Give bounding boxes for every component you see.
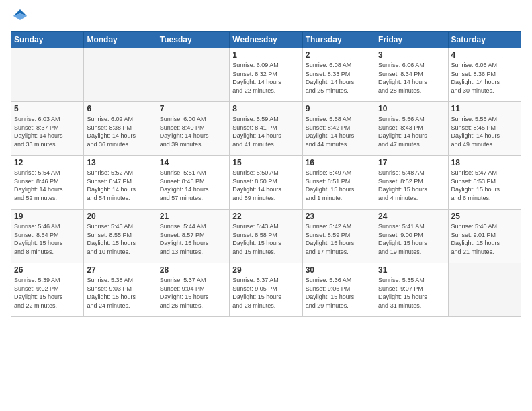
day-info: Sunrise: 5:37 AM Sunset: 9:04 PM Dayligh… [160, 276, 226, 310]
day-number: 15 [232, 158, 299, 167]
calendar-cell: 6Sunrise: 6:02 AM Sunset: 8:38 PM Daylig… [84, 102, 157, 156]
day-number: 5 [14, 104, 81, 113]
day-number: 27 [87, 265, 153, 275]
day-number: 25 [451, 212, 518, 221]
day-info: Sunrise: 5:44 AM Sunset: 8:57 PM Dayligh… [160, 222, 226, 256]
day-number: 21 [160, 212, 226, 221]
week-row-1: 5Sunrise: 6:03 AM Sunset: 8:37 PM Daylig… [11, 102, 521, 156]
day-info: Sunrise: 5:58 AM Sunset: 8:42 PM Dayligh… [306, 115, 372, 148]
calendar-cell: 1Sunrise: 6:09 AM Sunset: 8:32 PM Daylig… [230, 48, 302, 102]
day-number: 18 [451, 158, 518, 167]
day-info: Sunrise: 5:49 AM Sunset: 8:51 PM Dayligh… [306, 169, 372, 202]
calendar-table: SundayMondayTuesdayWednesdayThursdayFrid… [11, 31, 521, 317]
day-info: Sunrise: 5:56 AM Sunset: 8:43 PM Dayligh… [378, 115, 445, 148]
day-number: 14 [160, 158, 226, 167]
weekday-saturday: Saturday [448, 32, 521, 48]
day-info: Sunrise: 5:38 AM Sunset: 9:03 PM Dayligh… [87, 276, 153, 310]
day-info: Sunrise: 5:52 AM Sunset: 8:47 PM Dayligh… [87, 169, 153, 202]
calendar-cell: 31Sunrise: 5:35 AM Sunset: 9:07 PM Dayli… [375, 263, 448, 317]
calendar-cell [84, 48, 157, 102]
day-number: 10 [378, 104, 445, 113]
day-info: Sunrise: 5:46 AM Sunset: 8:54 PM Dayligh… [14, 222, 81, 256]
calendar-cell: 23Sunrise: 5:42 AM Sunset: 8:59 PM Dayli… [302, 210, 375, 263]
week-row-3: 19Sunrise: 5:46 AM Sunset: 8:54 PM Dayli… [11, 210, 521, 263]
day-number: 11 [451, 104, 518, 113]
day-number: 7 [160, 104, 226, 113]
day-number: 12 [14, 158, 81, 167]
day-number: 8 [232, 104, 299, 113]
weekday-tuesday: Tuesday [157, 32, 229, 48]
day-info: Sunrise: 5:50 AM Sunset: 8:50 PM Dayligh… [232, 169, 299, 202]
calendar-cell: 11Sunrise: 5:55 AM Sunset: 8:45 PM Dayli… [448, 102, 521, 156]
day-info: Sunrise: 5:55 AM Sunset: 8:45 PM Dayligh… [451, 115, 518, 148]
weekday-wednesday: Wednesday [230, 32, 302, 48]
header [11, 7, 521, 26]
day-info: Sunrise: 5:54 AM Sunset: 8:46 PM Dayligh… [14, 169, 81, 202]
day-number: 3 [378, 50, 445, 60]
weekday-header-row: SundayMondayTuesdayWednesdayThursdayFrid… [11, 32, 521, 48]
day-info: Sunrise: 5:45 AM Sunset: 8:55 PM Dayligh… [87, 222, 153, 256]
calendar-cell [157, 48, 229, 102]
weekday-thursday: Thursday [302, 32, 375, 48]
calendar-cell: 9Sunrise: 5:58 AM Sunset: 8:42 PM Daylig… [302, 102, 375, 156]
day-number: 13 [87, 158, 153, 167]
day-info: Sunrise: 5:59 AM Sunset: 8:41 PM Dayligh… [232, 115, 299, 148]
calendar-cell: 20Sunrise: 5:45 AM Sunset: 8:55 PM Dayli… [84, 210, 157, 263]
day-number: 23 [306, 212, 372, 221]
calendar-cell: 25Sunrise: 5:40 AM Sunset: 9:01 PM Dayli… [448, 210, 521, 263]
day-info: Sunrise: 5:40 AM Sunset: 9:01 PM Dayligh… [451, 222, 518, 256]
calendar-cell: 29Sunrise: 5:37 AM Sunset: 9:05 PM Dayli… [230, 263, 302, 317]
day-number: 16 [306, 158, 372, 167]
day-number: 1 [232, 50, 299, 60]
weekday-monday: Monday [84, 32, 157, 48]
day-info: Sunrise: 6:03 AM Sunset: 8:37 PM Dayligh… [14, 115, 81, 148]
day-info: Sunrise: 5:42 AM Sunset: 8:59 PM Dayligh… [306, 222, 372, 256]
day-info: Sunrise: 6:02 AM Sunset: 8:38 PM Dayligh… [87, 115, 153, 148]
page: SundayMondayTuesdayWednesdayThursdayFrid… [0, 0, 532, 411]
day-info: Sunrise: 5:36 AM Sunset: 9:06 PM Dayligh… [306, 276, 372, 310]
day-number: 20 [87, 212, 153, 221]
day-number: 2 [306, 50, 372, 60]
day-number: 17 [378, 158, 445, 167]
calendar-cell: 24Sunrise: 5:41 AM Sunset: 9:00 PM Dayli… [375, 210, 448, 263]
day-number: 26 [14, 265, 81, 275]
calendar-cell: 27Sunrise: 5:38 AM Sunset: 9:03 PM Dayli… [84, 263, 157, 317]
day-info: Sunrise: 5:37 AM Sunset: 9:05 PM Dayligh… [232, 276, 299, 310]
calendar-cell: 10Sunrise: 5:56 AM Sunset: 8:43 PM Dayli… [375, 102, 448, 156]
weekday-sunday: Sunday [11, 32, 84, 48]
calendar-cell: 2Sunrise: 6:08 AM Sunset: 8:33 PM Daylig… [302, 48, 375, 102]
day-info: Sunrise: 6:09 AM Sunset: 8:32 PM Dayligh… [232, 61, 299, 95]
day-info: Sunrise: 5:41 AM Sunset: 9:00 PM Dayligh… [378, 222, 445, 256]
day-info: Sunrise: 6:06 AM Sunset: 8:34 PM Dayligh… [378, 61, 445, 95]
calendar-cell: 3Sunrise: 6:06 AM Sunset: 8:34 PM Daylig… [375, 48, 448, 102]
day-number: 29 [232, 265, 299, 275]
day-info: Sunrise: 5:51 AM Sunset: 8:48 PM Dayligh… [160, 169, 226, 202]
day-info: Sunrise: 5:47 AM Sunset: 8:53 PM Dayligh… [451, 169, 518, 202]
calendar-cell [448, 263, 521, 317]
calendar-cell: 12Sunrise: 5:54 AM Sunset: 8:46 PM Dayli… [11, 156, 84, 210]
calendar-cell: 15Sunrise: 5:50 AM Sunset: 8:50 PM Dayli… [230, 156, 302, 210]
day-number: 4 [451, 50, 518, 60]
calendar-cell: 14Sunrise: 5:51 AM Sunset: 8:48 PM Dayli… [157, 156, 229, 210]
day-info: Sunrise: 5:43 AM Sunset: 8:58 PM Dayligh… [232, 222, 299, 256]
week-row-0: 1Sunrise: 6:09 AM Sunset: 8:32 PM Daylig… [11, 48, 521, 102]
calendar-cell: 13Sunrise: 5:52 AM Sunset: 8:47 PM Dayli… [84, 156, 157, 210]
calendar-cell: 16Sunrise: 5:49 AM Sunset: 8:51 PM Dayli… [302, 156, 375, 210]
calendar-cell: 19Sunrise: 5:46 AM Sunset: 8:54 PM Dayli… [11, 210, 84, 263]
day-info: Sunrise: 5:35 AM Sunset: 9:07 PM Dayligh… [378, 276, 445, 310]
calendar-cell: 7Sunrise: 6:00 AM Sunset: 8:40 PM Daylig… [157, 102, 229, 156]
day-info: Sunrise: 6:00 AM Sunset: 8:40 PM Dayligh… [160, 115, 226, 148]
day-number: 9 [306, 104, 372, 113]
calendar-cell: 30Sunrise: 5:36 AM Sunset: 9:06 PM Dayli… [302, 263, 375, 317]
calendar-cell: 21Sunrise: 5:44 AM Sunset: 8:57 PM Dayli… [157, 210, 229, 263]
day-info: Sunrise: 6:08 AM Sunset: 8:33 PM Dayligh… [306, 61, 372, 95]
calendar-cell: 17Sunrise: 5:48 AM Sunset: 8:52 PM Dayli… [375, 156, 448, 210]
calendar-cell: 22Sunrise: 5:43 AM Sunset: 8:58 PM Dayli… [230, 210, 302, 263]
calendar-cell: 8Sunrise: 5:59 AM Sunset: 8:41 PM Daylig… [230, 102, 302, 156]
day-number: 31 [378, 265, 445, 275]
calendar-cell: 5Sunrise: 6:03 AM Sunset: 8:37 PM Daylig… [11, 102, 84, 156]
week-row-2: 12Sunrise: 5:54 AM Sunset: 8:46 PM Dayli… [11, 156, 521, 210]
day-number: 28 [160, 265, 226, 275]
day-number: 24 [378, 212, 445, 221]
day-number: 22 [232, 212, 299, 221]
